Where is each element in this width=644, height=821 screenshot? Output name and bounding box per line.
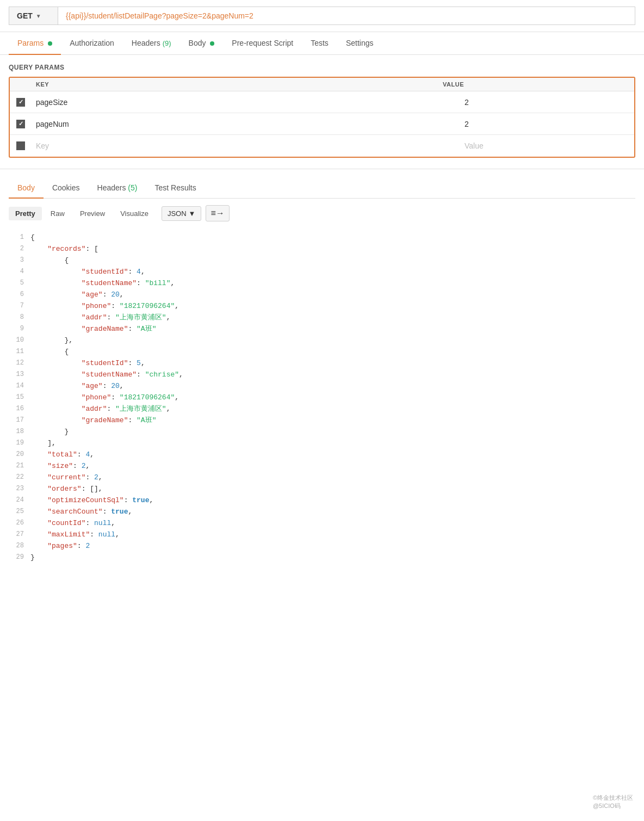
json-line: 14 "age": 20, (9, 381, 635, 392)
json-line: 10 }, (9, 335, 635, 347)
format-chevron: ▼ (189, 209, 196, 218)
json-line: 16 "addr": "上海市黄浦区", (9, 404, 635, 415)
query-params-section: Query Params KEY VALUE pageSize 2 pageNu… (0, 55, 644, 158)
json-line: 5 "studentName": "bill", (9, 278, 635, 289)
json-line: 7 "phone": "18217096264", (9, 301, 635, 312)
checkbox-2[interactable] (16, 120, 25, 128)
param-row: pageNum 2 (10, 113, 634, 135)
url-input[interactable] (58, 7, 635, 25)
wrap-icon: ≡→ (210, 208, 224, 218)
col-value-label: VALUE (443, 81, 606, 88)
json-line: 8 "addr": "上海市黄浦区", (9, 312, 635, 324)
json-line: 11 { (9, 347, 635, 358)
json-line: 26 "countId": null, (9, 518, 635, 529)
json-line: 23 "orders": [], (9, 484, 635, 495)
json-line: 3 { (9, 255, 635, 267)
param-checkbox-3[interactable] (16, 141, 36, 150)
checkbox-1[interactable] (16, 98, 25, 107)
param-value-2[interactable]: 2 (465, 120, 628, 128)
fmt-visualize[interactable]: Visualize (114, 207, 155, 220)
json-line: 1 { (9, 232, 635, 244)
rtab-cookies[interactable]: Cookies (44, 178, 89, 199)
json-line: 12 "studentId": 5, (9, 358, 635, 369)
param-checkbox-1[interactable] (16, 98, 36, 107)
json-viewer: 1 { 2 "records": [ 3 { 4 "studentId": 4,… (9, 228, 635, 568)
params-table: KEY VALUE pageSize 2 pageNum 2 Key Va (9, 77, 635, 158)
params-dot (48, 41, 52, 46)
json-line: 27 "maxLimit": null, (9, 529, 635, 541)
tab-params[interactable]: Params (9, 32, 61, 55)
format-bar: Pretty Raw Preview Visualize JSON ▼ ≡→ (9, 205, 635, 228)
json-line: 19 ], (9, 438, 635, 449)
json-line: 15 "phone": "18217096264", (9, 392, 635, 404)
url-bar: GET ▼ (0, 0, 644, 32)
response-tabs: Body Cookies Headers (5) Test Results (9, 178, 635, 199)
fmt-pretty[interactable]: Pretty (9, 207, 42, 220)
param-checkbox-2[interactable] (16, 120, 36, 128)
tab-authorization[interactable]: Authorization (61, 32, 123, 55)
tab-body[interactable]: Body (180, 32, 224, 55)
json-line: 2 "records": [ (9, 244, 635, 255)
fmt-preview[interactable]: Preview (73, 207, 112, 220)
json-line: 18 } (9, 427, 635, 438)
json-line: 13 "studentName": "chrise", (9, 369, 635, 381)
watermark: ©终金技术社区@5ICIO码 (593, 794, 633, 810)
method-chevron: ▼ (36, 13, 41, 19)
json-line: 9 "gradeName": "A班" (9, 324, 635, 335)
col-key-label: KEY (36, 81, 443, 88)
param-row: pageSize 2 (10, 91, 634, 113)
wrap-button[interactable]: ≡→ (206, 205, 229, 221)
checkbox-3[interactable] (16, 141, 25, 150)
method-label: GET (17, 11, 33, 20)
response-headers-badge: (5) (128, 183, 137, 192)
json-line: 22 "current": 2, (9, 472, 635, 484)
json-line: 6 "age": 20, (9, 289, 635, 301)
json-line: 24 "optimizeCountSql": true, (9, 495, 635, 507)
query-params-title: Query Params (9, 64, 635, 71)
param-row-empty: Key Value (10, 135, 634, 157)
format-select-label: JSON (168, 209, 187, 218)
tab-pre-request-script[interactable]: Pre-request Script (223, 32, 302, 55)
tab-headers[interactable]: Headers (9) (123, 32, 180, 55)
fmt-raw[interactable]: Raw (44, 207, 71, 220)
params-table-header: KEY VALUE (10, 78, 634, 91)
method-selector[interactable]: GET ▼ (9, 7, 58, 25)
param-value-1[interactable]: 2 (465, 98, 628, 107)
body-dot (210, 41, 214, 46)
json-line: 21 "size": 2, (9, 461, 635, 472)
json-line: 25 "searchCount": true, (9, 507, 635, 518)
param-value-3[interactable]: Value (465, 141, 628, 150)
rtab-test-results[interactable]: Test Results (146, 178, 205, 199)
tab-tests[interactable]: Tests (302, 32, 337, 55)
param-key-2[interactable]: pageNum (36, 120, 465, 128)
json-line: 20 "total": 4, (9, 449, 635, 461)
json-line: 17 "gradeName": "A班" (9, 415, 635, 427)
json-line: 28 "pages": 2 (9, 541, 635, 552)
param-key-3[interactable]: Key (36, 141, 465, 150)
tab-settings[interactable]: Settings (337, 32, 382, 55)
response-section: Body Cookies Headers (5) Test Results Pr… (0, 169, 644, 568)
request-tabs: Params Authorization Headers (9) Body Pr… (0, 32, 644, 55)
json-line: 4 "studentId": 4, (9, 267, 635, 278)
format-select[interactable]: JSON ▼ (162, 206, 202, 221)
param-key-1[interactable]: pageSize (36, 98, 465, 107)
rtab-body[interactable]: Body (9, 178, 44, 199)
headers-badge: (9) (163, 39, 171, 47)
json-line: 29 } (9, 552, 635, 564)
rtab-headers[interactable]: Headers (5) (89, 178, 146, 199)
